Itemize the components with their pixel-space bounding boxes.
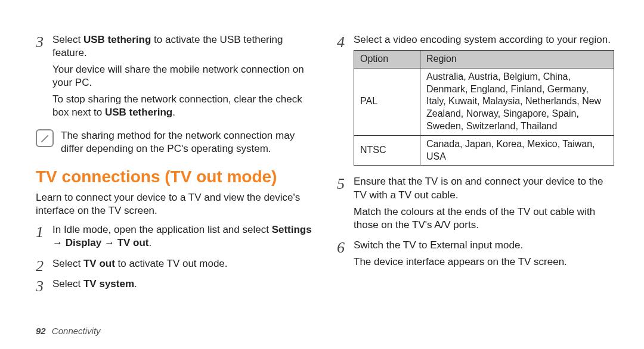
bold: TV system [83,278,134,289]
step-5-tv: 5 Ensure that the TV is on and connect y… [337,175,614,235]
step-text: Select TV system. [52,278,313,291]
step-text: Your device will share the mobile networ… [52,63,313,89]
table-row: PAL Australia, Austria, Belgium, China, … [354,68,614,135]
step-body: Select TV out to activate TV out mode. [52,257,313,274]
page-footer: 92 Connectivity [36,326,101,336]
step-number: 5 [337,175,354,192]
step-number: 3 [36,33,52,50]
table-header-row: Option Region [354,51,614,68]
step-text: In Idle mode, open the application list … [52,223,313,250]
text: Select [52,278,83,289]
step-body: In Idle mode, open the application list … [52,223,313,253]
step-1-tv: 1 In Idle mode, open the application lis… [36,223,313,253]
two-column-layout: 3 Select USB tethering to activate the U… [36,30,614,298]
cell-region: Australia, Austria, Belgium, China, Denm… [420,68,614,135]
step-2-tv: 2 Select TV out to activate TV out mode. [36,257,313,274]
step-body: Select USB tethering to activate the USB… [52,33,313,123]
step-body: Select a video encoding system according… [354,33,614,172]
bold: TV out [83,258,115,269]
note-box: The sharing method for the network conne… [36,129,313,155]
step-text: Select USB tethering to activate the USB… [52,33,313,60]
col-header-option: Option [354,51,420,68]
text: In Idle mode, open the application list … [52,224,272,235]
step-6-tv: 6 Switch the TV to External input mode. … [337,239,614,272]
step-4-tv: 4 Select a video encoding system accordi… [337,33,614,172]
left-column: 3 Select USB tethering to activate the U… [36,30,313,298]
manual-page: 3 Select USB tethering to activate the U… [0,0,644,349]
step-body: Ensure that the TV is on and connect you… [354,175,614,235]
bold: USB tethering [105,107,172,118]
text: Select [52,258,83,269]
note-icon [36,129,54,147]
text: to activate TV out mode. [115,258,228,269]
cell-option: NTSC [354,135,420,166]
page-number: 92 [36,326,46,336]
step-number: 2 [36,257,52,274]
table-row: NTSC Canada, Japan, Korea, Mexico, Taiwa… [354,135,614,166]
step-number: 1 [36,223,52,240]
bold: USB tethering [83,34,151,45]
step-3-tv: 3 Select TV system. [36,278,313,294]
text: . [134,278,137,289]
region-table: Option Region PAL Australia, Austria, Be… [354,50,614,166]
footer-section: Connectivity [52,326,101,336]
step-text: Select a video encoding system according… [354,33,614,46]
text: To stop sharing the network connection, … [52,94,302,118]
step-number: 3 [36,278,52,294]
step-text: Switch the TV to External input mode. [354,239,614,252]
section-heading: TV connections (TV out mode) [36,166,313,188]
step-text: Ensure that the TV is on and connect you… [354,175,614,201]
step-text: The device interface appears on the TV s… [354,255,614,269]
col-header-region: Region [420,51,614,68]
section-intro: Learn to connect your device to a TV and… [36,191,313,217]
step-body: Select TV system. [52,278,313,294]
step-body: Switch the TV to External input mode. Th… [354,239,614,272]
step-3-usb: 3 Select USB tethering to activate the U… [36,33,313,123]
text: . [149,237,152,248]
cell-option: PAL [354,68,420,135]
text: . [172,107,175,118]
step-text: Match the colours at the ends of the TV … [354,205,614,232]
step-number: 4 [337,33,354,50]
right-column: 4 Select a video encoding system accordi… [337,30,614,298]
step-number: 6 [337,239,354,255]
cell-region: Canada, Japan, Korea, Mexico, Taiwan, US… [420,135,614,166]
step-text: Select TV out to activate TV out mode. [52,257,313,270]
note-text: The sharing method for the network conne… [61,129,313,155]
step-text: To stop sharing the network connection, … [52,93,313,119]
text: Select [52,34,83,45]
